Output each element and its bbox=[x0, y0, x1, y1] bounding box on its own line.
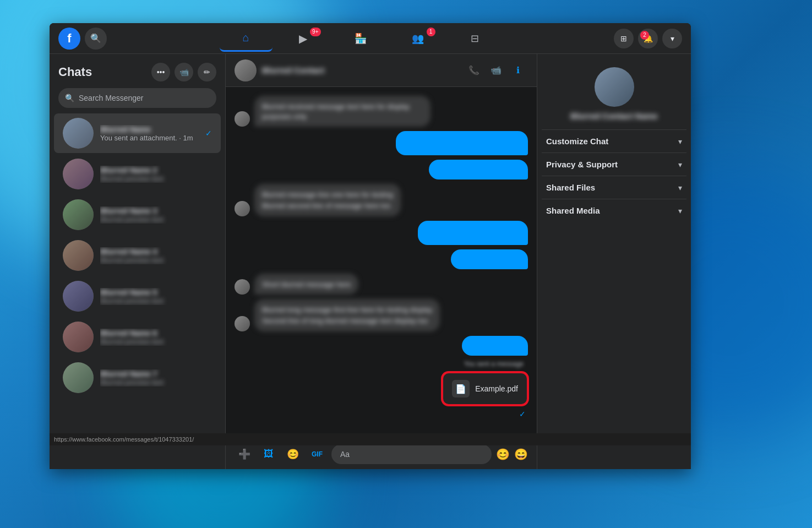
customize-chat-section: Customize Chat ▾ bbox=[542, 129, 686, 153]
read-receipt: ✓ bbox=[235, 410, 528, 418]
main-content: Chats ••• 📹 ✏ 🔍 Search Messenger bbox=[50, 66, 691, 469]
status-url: https://www.facebook.com/messages/t/1047… bbox=[54, 436, 194, 443]
status-bar: https://www.facebook.com/messages/t/1047… bbox=[50, 433, 691, 445]
message-row bbox=[235, 249, 528, 269]
contact-avatar bbox=[235, 66, 257, 81]
shared-media-title: Shared Media bbox=[546, 206, 678, 215]
message-bubble-sent bbox=[396, 131, 528, 155]
chat-top-bar: Blurred Contact 📞 📹 ℹ bbox=[226, 66, 537, 87]
add-button[interactable]: ➕ bbox=[235, 444, 254, 464]
chat-name: Blurred Name 2 bbox=[100, 166, 212, 175]
chat-preview: Blurred preview text bbox=[100, 256, 212, 264]
chat-item[interactable]: Blurred Name 5 Blurred preview text bbox=[54, 276, 221, 316]
phone-call-button[interactable]: 📞 bbox=[464, 66, 484, 80]
chat-item[interactable]: Blurred Name 2 Blurred preview text bbox=[54, 154, 221, 194]
app-content: f 🔍 ⌂ ▶ 9+ 🏪 👥 1 ⊟ bbox=[50, 66, 691, 469]
avatar bbox=[235, 111, 250, 127]
shared-media-header[interactable]: Shared Media ▾ bbox=[542, 199, 686, 222]
sticker-button[interactable]: 😊 bbox=[283, 444, 303, 464]
chat-info: Blurred Name 6 Blurred preview text bbox=[100, 329, 212, 346]
chat-bar-actions: 📞 📹 ℹ bbox=[464, 66, 528, 80]
message-bubble: Blurred long message first line here for… bbox=[254, 299, 440, 331]
avatar bbox=[63, 362, 94, 393]
browser-window: f (2) Messenger | Facebook ✕ + ─ □ ✕ ‹ ›… bbox=[50, 23, 691, 469]
panel-profile: Blurred Contact Name bbox=[537, 66, 691, 129]
search-placeholder: Search Messenger bbox=[79, 94, 144, 102]
chat-video-button[interactable]: 📹 bbox=[175, 66, 193, 81]
privacy-support-title: Privacy & Support bbox=[546, 160, 678, 169]
check-icon: ✓ bbox=[205, 129, 212, 138]
chat-item[interactable]: Blurred Name 7 Blurred preview text bbox=[54, 358, 221, 398]
shared-files-section: Shared Files ▾ bbox=[542, 176, 686, 199]
avatar bbox=[63, 322, 94, 352]
privacy-support-header[interactable]: Privacy & Support ▾ bbox=[542, 153, 686, 176]
chevron-down-icon: ▾ bbox=[678, 160, 682, 169]
message-bubble: Blurred message line one here for testin… bbox=[254, 184, 401, 216]
message-row: Blurred message line one here for testin… bbox=[235, 184, 528, 216]
chat-name: Blurred Name 3 bbox=[100, 206, 212, 215]
video-call-button[interactable]: 📹 bbox=[486, 66, 506, 80]
message-bubble: Blurred received message text here for d… bbox=[254, 96, 430, 127]
chat-item[interactable]: Blurred Name 4 Blurred preview text bbox=[54, 236, 221, 275]
chat-info: Blurred Name 4 Blurred preview text bbox=[100, 247, 212, 264]
chat-preview: Blurred preview text bbox=[100, 378, 212, 387]
contact-info: Blurred Contact bbox=[235, 66, 464, 81]
shared-files-title: Shared Files bbox=[546, 183, 678, 192]
chat-item[interactable]: Blurred Name 3 Blurred preview text bbox=[54, 195, 221, 235]
chat-more-button[interactable]: ••• bbox=[151, 66, 170, 81]
search-icon: 🔍 bbox=[65, 94, 74, 102]
search-bar[interactable]: 🔍 Search Messenger bbox=[58, 88, 216, 108]
chat-list: Blurred Name You sent an attachment. · 1… bbox=[50, 112, 225, 469]
chat-preview: Blurred preview text bbox=[100, 215, 212, 224]
panel-name: Blurred Contact Name bbox=[570, 111, 657, 121]
chat-sidebar: Chats ••• 📹 ✏ 🔍 Search Messenger bbox=[50, 66, 226, 469]
privacy-support-section: Privacy & Support ▾ bbox=[542, 153, 686, 176]
file-icon: 📄 bbox=[452, 380, 470, 398]
avatar bbox=[235, 316, 250, 331]
message-input[interactable]: Aa bbox=[331, 444, 492, 464]
chat-name: Blurred Name 6 bbox=[100, 329, 212, 338]
right-panel: Blurred Contact Name Customize Chat ▾ Pr… bbox=[537, 66, 691, 469]
message-bubble-sent bbox=[462, 336, 528, 356]
message-row: Blurred long message first line here for… bbox=[235, 299, 528, 331]
chevron-down-icon: ▾ bbox=[678, 206, 682, 215]
message-area: Blurred Contact 📞 📹 ℹ Blurred received bbox=[226, 66, 537, 469]
message-bubble-sent bbox=[429, 160, 528, 179]
message-row bbox=[235, 336, 528, 356]
like-button[interactable]: 😄 bbox=[514, 448, 528, 461]
gif-button[interactable]: GIF bbox=[307, 444, 327, 464]
chat-compose-button[interactable]: ✏ bbox=[198, 66, 216, 81]
chat-item[interactable]: Blurred Name You sent an attachment. · 1… bbox=[54, 113, 221, 153]
avatar bbox=[63, 199, 94, 230]
avatar bbox=[63, 281, 94, 312]
chat-preview: Blurred preview text bbox=[100, 175, 212, 183]
customize-chat-header[interactable]: Customize Chat ▾ bbox=[542, 130, 686, 153]
avatar bbox=[63, 159, 94, 189]
chat-preview: You sent an attachment. · 1m bbox=[100, 134, 199, 142]
photo-button[interactable]: 🖼 bbox=[259, 444, 279, 464]
chat-info: Blurred Name 3 Blurred preview text bbox=[100, 206, 212, 224]
info-button[interactable]: ℹ bbox=[508, 66, 528, 80]
message-row bbox=[235, 160, 528, 179]
panel-avatar bbox=[595, 67, 634, 107]
message-bubble-sent bbox=[451, 249, 528, 269]
message-status: You sent a message bbox=[235, 360, 528, 368]
shared-media-section: Shared Media ▾ bbox=[542, 199, 686, 222]
message-row bbox=[235, 221, 528, 245]
chat-preview: Blurred preview text bbox=[100, 297, 212, 305]
shared-files-header[interactable]: Shared Files ▾ bbox=[542, 176, 686, 199]
chat-preview: Blurred preview text bbox=[100, 338, 212, 346]
file-name: Example.pdf bbox=[475, 384, 518, 393]
chat-name: Blurred Name 7 bbox=[100, 369, 212, 378]
avatar bbox=[235, 279, 250, 295]
input-placeholder: Aa bbox=[340, 450, 350, 459]
chat-name: Blurred Name 4 bbox=[100, 247, 212, 256]
chat-item[interactable]: Blurred Name 6 Blurred preview text bbox=[54, 317, 221, 357]
message-bubble-sent bbox=[418, 221, 528, 245]
customize-chat-title: Customize Chat bbox=[546, 137, 678, 146]
emoji-button[interactable]: 😊 bbox=[496, 448, 510, 461]
messages-container[interactable]: Blurred received message text here for d… bbox=[226, 87, 537, 438]
message-bubble: Short blurred message here bbox=[254, 274, 358, 295]
file-attachment[interactable]: 📄 Example.pdf bbox=[442, 372, 528, 405]
chat-name: Blurred Name 5 bbox=[100, 288, 212, 297]
